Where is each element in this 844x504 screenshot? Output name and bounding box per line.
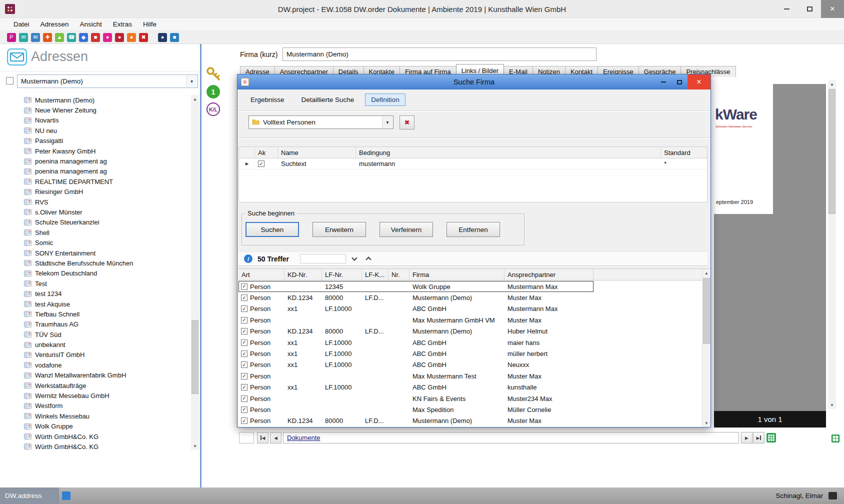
next-record-button[interactable]: ▶ [741, 432, 752, 444]
menu-item-ansicht[interactable]: Ansicht [74, 19, 108, 30]
result-checkbox[interactable]: ✓ [241, 306, 248, 312]
scroll-thumb[interactable] [828, 89, 836, 214]
results-col[interactable]: LF-K... [362, 269, 388, 280]
result-checkbox[interactable]: ✓ [241, 384, 248, 390]
dialog-minimize-button[interactable] [656, 74, 672, 90]
tree-item[interactable]: Neue Wiener Zeitung [0, 105, 190, 115]
tree-item[interactable]: Städtische Berufsschule München [0, 258, 190, 268]
tree-item[interactable]: vodafone [0, 360, 190, 370]
tree-item[interactable]: Mustermann (Demo) [0, 95, 190, 105]
scroll-down-icon[interactable]: ▼ [702, 419, 710, 427]
tree-item[interactable]: Peter Kwasny GmbH [0, 146, 190, 156]
result-checkbox[interactable]: ✓ [241, 284, 248, 290]
result-checkbox[interactable]: ✓ [241, 328, 248, 334]
result-checkbox[interactable]: ✓ [241, 396, 248, 402]
tree-item[interactable]: VenturisIT GmbH [0, 350, 190, 360]
tree-item[interactable]: Werkstattaufträge [0, 380, 190, 390]
tree-item[interactable]: Winkels Messebau [0, 411, 190, 421]
tree-item[interactable]: Würth GmbH&Co. KG [0, 432, 190, 442]
dialog-close-button[interactable]: × [688, 74, 710, 90]
contact-orange-icon[interactable]: ● [127, 33, 136, 42]
results-col[interactable]: KD-Nr. [284, 269, 322, 280]
flame-icon[interactable]: ✚ [43, 33, 52, 42]
dialog-titlebar[interactable]: D Suche Firma × [238, 74, 710, 90]
notes-icon[interactable]: ✉ [19, 33, 28, 42]
result-row[interactable]: ✓Personxx1LF.10000ABC GmbHkunsthalle [238, 382, 594, 393]
counter-badge[interactable]: 1 [206, 85, 220, 98]
criteria-col[interactable]: Ak [255, 147, 278, 158]
expand-button[interactable] [363, 254, 374, 264]
plant-icon[interactable]: ▲ [55, 33, 64, 42]
tree-item[interactable]: test Akquise [0, 299, 190, 309]
record-count-box[interactable] [239, 432, 254, 444]
menu-item-hilfe[interactable]: Hilfe [138, 19, 162, 30]
menu-item-adressen[interactable]: Adressen [35, 19, 74, 30]
binocular-icon[interactable]: ● [158, 33, 167, 42]
dialog-tab[interactable]: Detaillierte Suche [296, 94, 360, 106]
chart-icon[interactable]: ■ [170, 33, 179, 42]
phone-icon[interactable]: ☎ [67, 33, 76, 42]
result-row[interactable]: ✓PersonKD.123480000LF.D...Mustermann (De… [238, 292, 594, 303]
result-filter-input[interactable] [300, 254, 346, 264]
result-checkbox[interactable]: ✓ [241, 350, 248, 357]
scroll-thumb[interactable] [192, 320, 198, 394]
tree-item[interactable]: Test [0, 278, 190, 288]
sidebar-checkbox[interactable] [6, 77, 14, 84]
results-col[interactable]: Firma [410, 269, 504, 280]
chevron-down-icon[interactable]: ▾ [186, 76, 197, 87]
tree-item[interactable]: NU neu [0, 126, 190, 136]
dialog-tab[interactable]: Ergebnisse [244, 94, 290, 106]
scroll-down-icon[interactable]: ▼ [191, 442, 199, 450]
tree-item[interactable]: SONY Entertainment [0, 248, 190, 258]
tree-item[interactable]: Schulze Steuerkanzlei [0, 218, 190, 228]
results-col[interactable]: Ansprechpartner [504, 269, 594, 280]
tree-item[interactable]: Westform [0, 401, 190, 411]
tree-item[interactable]: Traumhaus AG [0, 320, 190, 330]
result-row[interactable]: ✓PersonMax Mustermann TestMuster Max [238, 370, 594, 382]
result-row[interactable]: ✓PersonMax SpeditionMüller Cornelie [238, 404, 594, 415]
result-checkbox[interactable]: ✓ [241, 294, 248, 301]
export-table-icon[interactable] [766, 432, 776, 443]
tree-item[interactable]: Würth GmbH&Co. KG [0, 442, 190, 452]
tree-item[interactable]: s.Oliver Münster [0, 207, 190, 217]
scroll-up-icon[interactable]: ▲ [828, 80, 836, 88]
entfernen-button[interactable]: Entfernen [446, 222, 500, 237]
mail-icon[interactable]: ✉ [31, 33, 40, 42]
tree-item[interactable]: RVS [0, 197, 190, 207]
criteria-col[interactable]: Bedingung [356, 147, 661, 158]
tree-item[interactable]: TÜV Süd [0, 330, 190, 340]
result-checkbox[interactable]: ✓ [241, 373, 248, 380]
result-row[interactable]: ✓Personxx1LF.10000ABC GmbHMustermann Max [238, 304, 594, 314]
results-col[interactable]: Nr. [388, 269, 410, 280]
chevron-down-icon[interactable]: ▾ [382, 116, 392, 128]
results-col[interactable]: LF-Nr. [322, 269, 362, 280]
contact-red-icon[interactable]: ● [115, 33, 124, 42]
kl-badge[interactable]: K/L [206, 102, 220, 116]
dokumente-link[interactable]: Dokumente [287, 434, 320, 442]
erweitern-button[interactable]: Erweitern [312, 222, 366, 237]
tree-item[interactable]: Tiefbau Schnell [0, 309, 190, 319]
result-row[interactable]: ✓PersonKN Fairs & EventsMuster234 Max [238, 393, 594, 404]
search-template-dropdown[interactable]: Volltext Personen ▾ [248, 116, 394, 129]
menu-item-extras[interactable]: Extras [108, 19, 138, 30]
close-button[interactable]: × [821, 0, 844, 18]
results-scrollbar[interactable]: ▲ ▼ [702, 269, 710, 427]
firma-input[interactable]: Mustermann (Demo) [282, 48, 596, 61]
criteria-checkbox[interactable]: ✓ [258, 160, 264, 167]
maximize-button[interactable] [798, 0, 821, 18]
tree-item[interactable]: Wolk Gruppe [0, 422, 190, 432]
tree-item[interactable]: Telekom Deutschland [0, 268, 190, 278]
result-checkbox[interactable]: ✓ [241, 317, 248, 324]
preview-scrollbar[interactable]: ▲ ▼ [828, 80, 836, 409]
key-icon[interactable] [205, 65, 223, 84]
tree-scrollbar[interactable]: ▲ ▼ [191, 95, 199, 450]
result-row[interactable]: ✓Personxx1LF.10000ABC GmbHmaier hans [238, 337, 594, 348]
tree-item[interactable]: Riesinger GmbH [0, 187, 190, 197]
last-record-button[interactable]: ▶ [753, 432, 764, 444]
result-row[interactable]: ✓PersonKD.123480000LF.D...Mustermann (De… [238, 326, 594, 337]
minimize-button[interactable] [775, 0, 798, 18]
results-col[interactable]: Art [238, 269, 284, 280]
suchen-button[interactable]: Suchen [246, 222, 299, 237]
tree-item[interactable]: REALTIME DEPARTMENT [0, 176, 190, 186]
tree-item[interactable]: poenina management ag [0, 166, 190, 176]
